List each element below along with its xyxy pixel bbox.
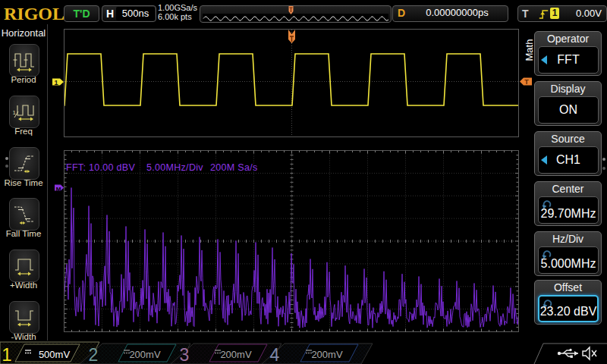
svg-text:3: 3 bbox=[180, 345, 190, 364]
svg-text:200M Sa/s: 200M Sa/s bbox=[210, 162, 257, 173]
svg-text:T: T bbox=[524, 78, 529, 86]
svg-text:M: M bbox=[56, 186, 61, 193]
svg-text:200mV: 200mV bbox=[220, 349, 252, 360]
svg-text:1: 1 bbox=[2, 344, 11, 364]
svg-text:2: 2 bbox=[89, 345, 99, 364]
svg-text:FFT: 10.00 dBV: FFT: 10.00 dBV bbox=[66, 162, 135, 173]
svg-text:5.00MHz/Div: 5.00MHz/Div bbox=[146, 162, 203, 173]
svg-text:4: 4 bbox=[270, 345, 280, 364]
svg-text:200mV: 200mV bbox=[311, 349, 343, 360]
svg-text:1: 1 bbox=[54, 79, 58, 86]
svg-text:200mV: 200mV bbox=[129, 349, 161, 360]
svg-text:500mV: 500mV bbox=[39, 349, 71, 360]
